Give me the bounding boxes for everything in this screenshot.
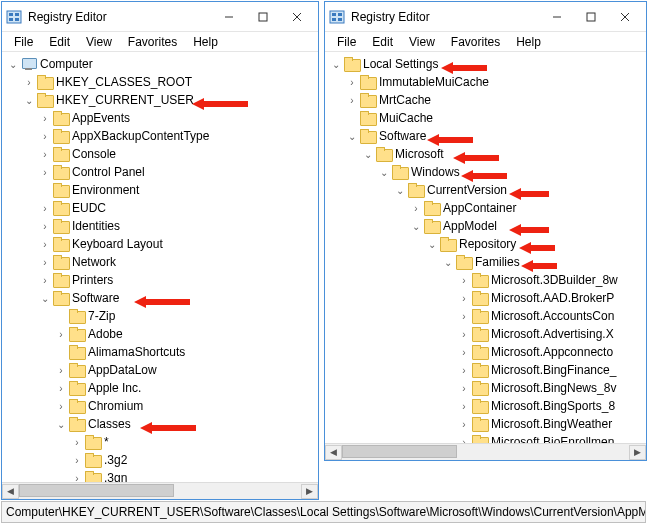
expander-icon[interactable]: › — [38, 219, 52, 233]
tree-node[interactable]: Microsoft.BioEnrollmen — [491, 435, 618, 443]
expander-icon[interactable]: › — [22, 75, 36, 89]
tree-node[interactable]: Microsoft.BingNews_8v — [491, 381, 620, 395]
expander-icon[interactable]: › — [345, 93, 359, 107]
tree-node[interactable]: MuiCache — [379, 111, 437, 125]
tree-node[interactable]: Microsoft.3DBuilder_8w — [491, 273, 622, 287]
horizontal-scrollbar[interactable]: ◀ ▶ — [2, 482, 318, 499]
expander-icon[interactable]: ⌄ — [54, 417, 68, 431]
expander-icon[interactable]: › — [38, 129, 52, 143]
expander-icon[interactable]: › — [70, 471, 84, 482]
expander-icon[interactable]: ⌄ — [441, 255, 455, 269]
tree-node[interactable]: Classes — [88, 417, 135, 431]
menu-view[interactable]: View — [78, 33, 120, 51]
maximize-button[interactable] — [246, 4, 280, 30]
tree-node[interactable]: AppXBackupContentType — [72, 129, 213, 143]
tree-node[interactable]: Environment — [72, 183, 143, 197]
expander-icon[interactable]: › — [457, 399, 471, 413]
tree-node[interactable]: Microsoft — [395, 147, 448, 161]
expander-icon[interactable]: › — [457, 363, 471, 377]
expander-icon[interactable]: ⌄ — [6, 57, 20, 71]
expander-icon[interactable]: › — [38, 255, 52, 269]
expander-icon[interactable]: › — [54, 327, 68, 341]
tree-node[interactable]: .3g2 — [104, 453, 131, 467]
tree-node[interactable]: Identities — [72, 219, 124, 233]
tree-node[interactable]: Microsoft.Appconnecto — [491, 345, 617, 359]
tree-node[interactable]: MrtCache — [379, 93, 435, 107]
menu-edit[interactable]: Edit — [364, 33, 401, 51]
expander-icon[interactable]: › — [38, 165, 52, 179]
expander-icon[interactable]: › — [457, 273, 471, 287]
expander-icon[interactable]: › — [70, 453, 84, 467]
scroll-right-button[interactable]: ▶ — [301, 484, 318, 499]
expander-icon[interactable]: › — [38, 273, 52, 287]
expander-icon[interactable]: › — [409, 201, 423, 215]
tree-node[interactable]: AppEvents — [72, 111, 134, 125]
menu-view[interactable]: View — [401, 33, 443, 51]
expander-icon[interactable]: ⌄ — [377, 165, 391, 179]
tree-node[interactable]: Microsoft.Advertising.X — [491, 327, 618, 341]
tree-node[interactable]: Microsoft.AAD.BrokerP — [491, 291, 618, 305]
tree-node[interactable]: Adobe — [88, 327, 127, 341]
expander-icon[interactable]: › — [457, 417, 471, 431]
tree-node[interactable]: Families — [475, 255, 524, 269]
tree-node[interactable]: AppDataLow — [88, 363, 161, 377]
expander-icon[interactable]: › — [457, 327, 471, 341]
tree-node[interactable]: Keyboard Layout — [72, 237, 167, 251]
expander-icon[interactable]: ⌄ — [22, 93, 36, 107]
expander-icon[interactable]: › — [38, 111, 52, 125]
menu-favorites[interactable]: Favorites — [443, 33, 508, 51]
tree-node[interactable]: Software — [379, 129, 430, 143]
tree-node[interactable]: AlimamaShortcuts — [88, 345, 189, 359]
tree-node[interactable]: EUDC — [72, 201, 110, 215]
tree-node[interactable]: .3gn — [104, 471, 131, 482]
minimize-button[interactable] — [540, 4, 574, 30]
menu-file[interactable]: File — [6, 33, 41, 51]
tree-node[interactable]: Windows — [411, 165, 464, 179]
expander-icon[interactable]: ⌄ — [329, 57, 343, 71]
expander-icon[interactable]: › — [54, 363, 68, 377]
expander-icon[interactable]: ⌄ — [38, 291, 52, 305]
tree-node[interactable]: ImmutableMuiCache — [379, 75, 493, 89]
tree-node[interactable]: Microsoft.AccountsCon — [491, 309, 618, 323]
minimize-button[interactable] — [212, 4, 246, 30]
tree-node[interactable]: Network — [72, 255, 120, 269]
tree-node[interactable]: HKEY_CLASSES_ROOT — [56, 75, 196, 89]
expander-icon[interactable]: › — [345, 75, 359, 89]
menu-favorites[interactable]: Favorites — [120, 33, 185, 51]
expander-icon[interactable]: › — [38, 147, 52, 161]
horizontal-scrollbar[interactable]: ◀ ▶ — [325, 443, 646, 460]
tree-node[interactable]: Control Panel — [72, 165, 149, 179]
scroll-left-button[interactable]: ◀ — [2, 484, 19, 499]
tree-node[interactable]: Chromium — [88, 399, 147, 413]
close-button[interactable] — [280, 4, 314, 30]
expander-icon[interactable]: › — [38, 237, 52, 251]
menu-edit[interactable]: Edit — [41, 33, 78, 51]
scroll-track[interactable] — [19, 484, 301, 499]
scroll-track[interactable] — [342, 445, 629, 460]
maximize-button[interactable] — [574, 4, 608, 30]
menu-help[interactable]: Help — [185, 33, 226, 51]
tree-node[interactable]: Software — [72, 291, 123, 305]
scroll-right-button[interactable]: ▶ — [629, 445, 646, 460]
expander-icon[interactable]: ⌄ — [425, 237, 439, 251]
tree-view[interactable]: ⌄Computer ›HKEY_CLASSES_ROOT ⌄HKEY_CURRE… — [2, 52, 318, 482]
tree-node[interactable]: Local Settings — [363, 57, 442, 71]
menu-file[interactable]: File — [329, 33, 364, 51]
expander-icon[interactable]: › — [54, 381, 68, 395]
tree-node[interactable]: Microsoft.BingWeather — [491, 417, 616, 431]
expander-icon[interactable]: ⌄ — [345, 129, 359, 143]
expander-icon[interactable]: › — [70, 435, 84, 449]
tree-node[interactable]: Microsoft.BingFinance_ — [491, 363, 620, 377]
tree-node[interactable]: 7-Zip — [88, 309, 119, 323]
tree-node[interactable]: AppContainer — [443, 201, 520, 215]
expander-icon[interactable]: ⌄ — [393, 183, 407, 197]
expander-icon[interactable]: › — [457, 381, 471, 395]
tree-node-computer[interactable]: Computer — [40, 57, 97, 71]
expander-icon[interactable]: › — [54, 399, 68, 413]
tree-view[interactable]: ⌄Local Settings ›ImmutableMuiCache ›MrtC… — [325, 52, 646, 443]
expander-icon[interactable]: › — [38, 201, 52, 215]
menu-help[interactable]: Help — [508, 33, 549, 51]
expander-icon[interactable]: › — [457, 309, 471, 323]
expander-icon[interactable]: ⌄ — [361, 147, 375, 161]
expander-icon[interactable]: › — [457, 435, 471, 443]
